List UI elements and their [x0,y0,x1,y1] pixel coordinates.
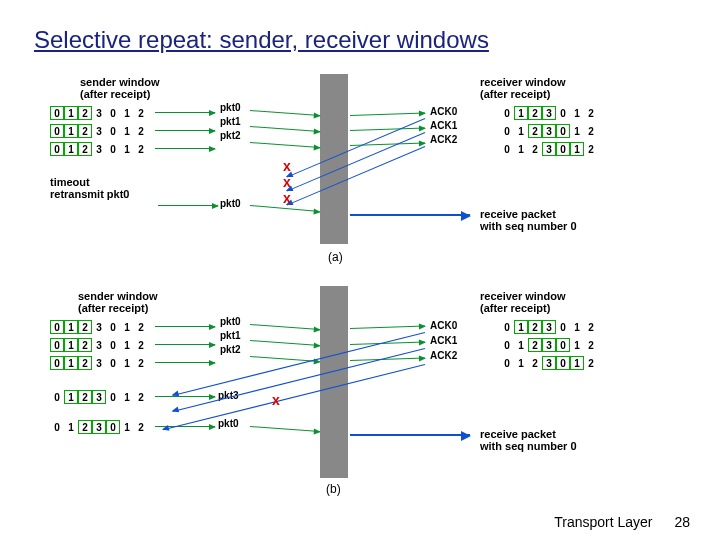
diagram-b: sender window (after receipt) receiver w… [50,300,670,500]
receiver-seq-row: 0123012 [500,124,598,138]
sender-seq-row: 0123012 [50,338,148,352]
ack-label: ACK2 [430,134,457,145]
timeline-bar [320,286,348,478]
pkt-label: pkt0 [220,316,241,327]
pkt-label: pkt2 [220,130,241,141]
diagram-a: sender window (after receipt) receiver w… [50,80,670,280]
ack-label: ACK0 [430,320,457,331]
ack-label: ACK0 [430,106,457,117]
sender-seq-row: 0123012 [50,320,148,334]
sender-seq-row: 0123012 [50,356,148,370]
loss-icon: x [283,190,291,206]
arrow-pkt [155,396,215,397]
sender-seq-row: 0123012 [50,106,148,120]
arrow-pkt [155,112,215,113]
timeout-label: timeout retransmit pkt0 [50,176,129,200]
loss-icon: x [272,392,280,408]
pkt-label: pkt1 [220,116,241,127]
arrow-ack [287,118,425,178]
receiver-window-header: receiver window (after receipt) [480,76,566,100]
pkt-label: pkt0 [218,418,239,429]
arrow-deliver [350,214,470,216]
page-number: 28 [674,514,690,530]
arrow-pkt [155,344,215,345]
ack-label: ACK2 [430,350,457,361]
arrow-pkt [155,130,215,131]
arrow-pkt [250,426,320,432]
sender-window-header: sender window (after receipt) [80,76,159,100]
arrow-ack [163,364,425,430]
loss-icon: x [283,174,291,190]
pkt-label: pkt0 [220,102,241,113]
arrow-pkt [155,326,215,327]
pkt-label: pkt2 [220,344,241,355]
arrow-pkt [250,142,320,148]
sender-window-header: sender window (after receipt) [78,290,157,314]
arrow-pkt [158,205,218,206]
receiver-window-header: receiver window (after receipt) [480,290,566,314]
arrow-pkt [155,362,215,363]
ack-label: ACK1 [430,120,457,131]
receiver-seq-row: 0123012 [500,320,598,334]
sender-seq-row: 0123012 [50,390,148,404]
arrow-pkt [250,340,320,346]
arrow-deliver [350,434,470,436]
slide-footer: Transport Layer 28 [554,514,690,530]
arrow-pkt [250,205,320,212]
receiver-seq-row: 0123012 [500,356,598,370]
loss-icon: x [283,158,291,174]
arrow-ack [173,348,426,412]
receive-label: receive packet with seq number 0 [480,208,577,232]
arrow-pkt [350,112,425,116]
arrow-pkt [250,110,320,116]
arrow-pkt [250,324,320,330]
arrow-ack [287,146,425,206]
slide-title: Selective repeat: sender, receiver windo… [34,26,489,54]
sender-seq-row: 0123012 [50,124,148,138]
section-label: Transport Layer [554,514,652,530]
scenario-caption: (a) [328,250,343,264]
timeline-bar [320,74,348,244]
pkt-label: pkt0 [220,198,241,209]
arrow-pkt [350,325,425,329]
receiver-seq-row: 0123012 [500,338,598,352]
receive-label: receive packet with seq number 0 [480,428,577,452]
scenario-caption: (b) [326,482,341,496]
arrow-pkt [155,148,215,149]
sender-seq-row: 0123012 [50,420,148,434]
sender-seq-row: 0123012 [50,142,148,156]
ack-label: ACK1 [430,335,457,346]
receiver-seq-row: 0123012 [500,106,598,120]
arrow-ack [287,132,425,192]
pkt-label: pkt1 [220,330,241,341]
arrow-pkt [350,127,425,131]
arrow-pkt [250,126,320,132]
receiver-seq-row: 0123012 [500,142,598,156]
